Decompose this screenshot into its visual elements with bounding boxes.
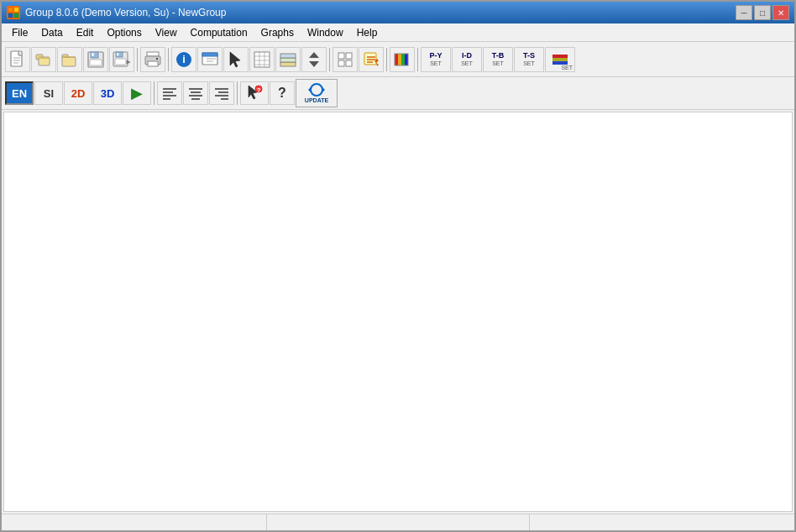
close-button[interactable]: ✕ — [772, 5, 789, 20]
svg-rect-45 — [346, 60, 352, 66]
svg-rect-21 — [115, 59, 126, 65]
svg-rect-10 — [39, 57, 50, 59]
toolbar-sep-3 — [329, 48, 330, 71]
colorbar-button[interactable] — [390, 47, 415, 72]
set-icon — [552, 55, 568, 65]
window-mgr-button[interactable] — [197, 47, 223, 72]
menu-data[interactable]: Data — [34, 25, 69, 40]
tb-set-label: T-B — [492, 52, 505, 60]
play-button[interactable]: ▶ — [123, 81, 151, 105]
align-left-icon — [162, 86, 177, 100]
en-button[interactable]: EN — [5, 81, 34, 105]
update-button[interactable]: UPDATE — [296, 79, 338, 107]
toolbar-1: P-Y SET I-D SET T-B SET T-S SET SET — [2, 42, 794, 77]
minimize-button[interactable]: ─ — [736, 5, 752, 20]
svg-rect-44 — [338, 60, 344, 66]
maximize-button[interactable]: □ — [754, 5, 771, 20]
menu-view[interactable]: View — [149, 25, 184, 40]
edit-button[interactable] — [359, 47, 384, 72]
status-bar — [2, 514, 794, 530]
svg-rect-0 — [8, 8, 13, 12]
menu-options[interactable]: Options — [100, 25, 148, 40]
title-bar-left: Group 8.0.6 (Demo Version, Su) - NewGrou… — [7, 6, 226, 19]
reorder-button[interactable] — [301, 47, 327, 72]
batch-button[interactable] — [333, 47, 358, 72]
menu-computation[interactable]: Computation — [184, 25, 254, 40]
menu-help[interactable]: Help — [350, 25, 385, 40]
align-right-button[interactable] — [209, 81, 234, 105]
svg-rect-54 — [405, 54, 408, 65]
info-icon — [176, 52, 191, 67]
open-recent-button[interactable] — [31, 47, 56, 72]
toolbar-sep-7 — [237, 81, 238, 105]
help-cursor-icon: ? — [245, 84, 264, 102]
svg-rect-16 — [92, 53, 94, 56]
py-set-label: P-Y — [429, 52, 442, 60]
title-bar: Group 8.0.6 (Demo Version, Su) - NewGrou… — [2, 2, 794, 23]
svg-rect-1 — [14, 8, 18, 12]
menu-window[interactable]: Window — [301, 25, 350, 40]
svg-rect-20 — [117, 53, 119, 56]
main-window: Group 8.0.6 (Demo Version, Su) - NewGrou… — [0, 0, 796, 532]
svg-rect-57 — [552, 58, 568, 61]
help-cursor-button[interactable]: ? — [240, 81, 269, 105]
grid-icon — [253, 50, 271, 69]
new-icon — [8, 50, 27, 69]
svg-rect-51 — [395, 54, 398, 65]
svg-rect-52 — [398, 54, 401, 65]
pointer-button[interactable] — [223, 47, 249, 72]
menu-file[interactable]: File — [5, 25, 34, 40]
new-button[interactable] — [5, 47, 30, 72]
save-as-icon — [113, 50, 131, 69]
svg-marker-40 — [309, 52, 319, 58]
2d-button[interactable]: 2D — [64, 81, 92, 105]
window-controls: ─ □ ✕ — [736, 5, 789, 20]
status-section-1 — [5, 514, 267, 530]
toolbar-sep-4 — [386, 48, 387, 71]
ts-set-label: T-S — [523, 52, 535, 60]
layers-button[interactable] — [275, 47, 301, 72]
info-button[interactable] — [171, 47, 196, 72]
tb-set-button[interactable]: T-B SET — [483, 47, 513, 72]
set-button[interactable]: SET — [545, 47, 575, 72]
app-icon — [7, 6, 20, 19]
svg-rect-3 — [14, 13, 18, 18]
ts-set-sublabel: SET — [523, 60, 535, 66]
cd-set-sublabel: SET — [461, 60, 473, 66]
menu-edit[interactable]: Edit — [70, 25, 101, 40]
toolbar-2: EN SI 2D 3D ▶ — [2, 77, 794, 110]
open-button[interactable] — [57, 47, 82, 72]
save-icon — [86, 50, 105, 69]
save-button[interactable] — [83, 47, 108, 72]
svg-rect-53 — [401, 54, 405, 65]
si-button[interactable]: SI — [34, 81, 63, 105]
svg-rect-12 — [62, 57, 76, 66]
svg-marker-41 — [309, 61, 319, 67]
colorbar-icon — [393, 50, 411, 69]
svg-rect-37 — [280, 62, 296, 66]
grid-button[interactable] — [249, 47, 275, 72]
toolbar-sep-1 — [137, 48, 138, 71]
pointer-icon — [227, 50, 245, 69]
reorder-icon — [305, 50, 323, 69]
update-label: UPDATE — [305, 97, 328, 103]
window-mgr-icon — [201, 50, 219, 69]
save-as-button[interactable] — [109, 47, 134, 72]
align-left-button[interactable] — [157, 81, 182, 105]
svg-rect-22 — [147, 52, 159, 56]
cd-set-button[interactable]: I-D SET — [452, 47, 482, 72]
question-button[interactable]: ? — [270, 81, 295, 105]
align-center-button[interactable] — [183, 81, 208, 105]
tb-set-sublabel: SET — [492, 60, 504, 66]
menu-graphs[interactable]: Graphs — [254, 25, 301, 40]
status-section-2 — [267, 514, 529, 530]
py-set-button[interactable]: P-Y SET — [421, 47, 451, 72]
svg-rect-25 — [156, 58, 158, 60]
update-icon — [308, 83, 325, 96]
print-icon — [144, 50, 162, 69]
batch-icon — [336, 50, 354, 69]
3d-button[interactable]: 3D — [93, 81, 122, 105]
svg-rect-56 — [552, 55, 568, 58]
ts-set-button[interactable]: T-S SET — [514, 47, 544, 72]
print-button[interactable] — [140, 47, 165, 72]
